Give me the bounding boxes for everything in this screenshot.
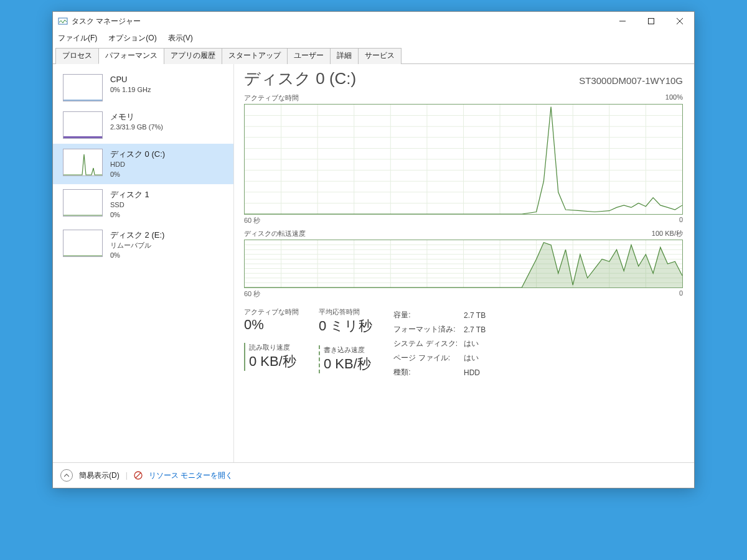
sidebar-item-sub: SSD 0%	[110, 200, 149, 220]
tab-performance[interactable]: パフォーマンス	[98, 48, 164, 64]
transfer-rate-chart: ディスクの転送速度 100 KB/秒 60 秒 0	[244, 229, 683, 299]
titlebar[interactable]: タスク マネージャー	[53, 12, 694, 30]
window-title: タスク マネージャー	[72, 16, 608, 27]
chart2-label: ディスクの転送速度	[244, 229, 306, 238]
sidebar-item-disk0[interactable]: ディスク 0 (C:)HDD 0%	[53, 144, 233, 184]
open-resource-monitor-link[interactable]: リソース モニターを開く	[149, 470, 233, 481]
disk-stats: アクティブな時間0% 読み取り速度0 KB/秒 平均応答時間0 ミリ秒 書き込み…	[244, 307, 683, 380]
tab-details[interactable]: 詳細	[330, 48, 359, 64]
info-pagefile-v: はい	[464, 352, 491, 365]
read-speed-label: 読み取り速度	[249, 343, 299, 352]
sidebar-item-label: ディスク 0 (C:)	[110, 149, 165, 160]
tab-startup[interactable]: スタートアップ	[222, 48, 288, 64]
chart1-box[interactable]	[244, 104, 683, 215]
tab-services[interactable]: サービス	[358, 48, 402, 64]
chart2-xright: 0	[679, 289, 683, 299]
chart1-xright: 0	[679, 216, 683, 225]
menubar: ファイル(F) オプション(O) 表示(V)	[53, 30, 694, 47]
info-type-v: HDD	[464, 366, 491, 379]
sidebar-item-sub: 2.3/31.9 GB (7%)	[110, 123, 163, 132]
chart1-ymax: 100%	[665, 93, 683, 103]
close-button[interactable]	[665, 12, 694, 30]
active-time-label: アクティブな時間	[244, 307, 299, 317]
disk2-thumb-icon	[63, 230, 103, 257]
chart2-box[interactable]	[244, 240, 683, 288]
chart2-xleft: 60 秒	[244, 289, 260, 299]
sidebar-item-sub: 0% 1.19 GHz	[110, 85, 151, 95]
info-formatted-l: フォーマット済み:	[393, 323, 463, 336]
info-capacity-v: 2.7 TB	[464, 309, 491, 322]
tab-processes[interactable]: プロセス	[55, 48, 99, 64]
app-icon	[58, 16, 68, 26]
chevron-up-icon[interactable]	[60, 469, 73, 482]
chart2-ymax: 100 KB/秒	[652, 229, 683, 238]
memory-thumb-icon	[63, 111, 103, 139]
read-speed-value: 0 KB/秒	[249, 352, 299, 371]
info-capacity-l: 容量:	[393, 309, 463, 322]
active-time-chart: アクティブな時間 100% 60 秒 0	[244, 93, 683, 225]
write-speed-label: 書き込み速度	[324, 345, 372, 355]
disk-model: ST3000DM007-1WY10G	[579, 75, 683, 86]
menu-view[interactable]: 表示(V)	[167, 32, 194, 45]
sidebar-item-sub: HDD 0%	[110, 160, 165, 179]
disk0-thumb-icon	[63, 149, 103, 176]
svg-rect-2	[649, 19, 654, 24]
sidebar-item-disk2[interactable]: ディスク 2 (E:)リムーバブル 0%	[53, 225, 233, 265]
cpu-thumb-icon	[63, 74, 103, 101]
sidebar-item-cpu[interactable]: CPU0% 1.19 GHz	[53, 69, 233, 106]
sidebar-item-label: ディスク 1	[110, 189, 149, 200]
task-manager-window: タスク マネージャー ファイル(F) オプション(O) 表示(V) プロセス パ…	[52, 11, 695, 488]
minimize-button[interactable]	[608, 12, 637, 30]
sidebar-item-label: ディスク 2 (E:)	[110, 230, 164, 241]
sidebar-item-memory[interactable]: メモリ2.3/31.9 GB (7%)	[53, 106, 233, 144]
detail-title: ディスク 0 (C:)	[244, 68, 356, 90]
info-sysdisk-v: はい	[464, 337, 491, 350]
svg-line-48	[136, 473, 141, 478]
performance-sidebar: CPU0% 1.19 GHz メモリ2.3/31.9 GB (7%) ディスク …	[53, 64, 233, 462]
info-formatted-v: 2.7 TB	[464, 323, 491, 336]
fewer-details-link[interactable]: 簡易表示(D)	[79, 470, 120, 481]
sidebar-item-label: CPU	[110, 74, 151, 85]
write-speed-value: 0 KB/秒	[324, 355, 372, 373]
tab-strip: プロセス パフォーマンス アプリの履歴 スタートアップ ユーザー 詳細 サービス	[53, 47, 694, 64]
sidebar-item-label: メモリ	[110, 111, 163, 123]
svg-rect-5	[63, 136, 102, 138]
info-pagefile-l: ページ ファイル:	[393, 352, 463, 365]
resource-monitor-icon	[134, 471, 143, 480]
chart1-xleft: 60 秒	[244, 216, 260, 225]
sidebar-item-disk1[interactable]: ディスク 1SSD 0%	[53, 184, 233, 225]
active-time-value: 0%	[244, 317, 299, 333]
performance-detail: ディスク 0 (C:) ST3000DM007-1WY10G アクティブな時間 …	[233, 64, 694, 462]
maximize-button[interactable]	[637, 12, 665, 30]
disk1-thumb-icon	[63, 189, 103, 217]
sidebar-item-sub: リムーバブル 0%	[110, 241, 164, 260]
info-type-l: 種類:	[393, 366, 463, 379]
tab-users[interactable]: ユーザー	[287, 48, 331, 64]
info-sysdisk-l: システム ディスク:	[393, 337, 463, 350]
menu-file[interactable]: ファイル(F)	[57, 32, 98, 45]
avg-response-label: 平均応答時間	[319, 307, 372, 317]
avg-response-value: 0 ミリ秒	[319, 317, 372, 335]
tab-app-history[interactable]: アプリの履歴	[164, 48, 222, 64]
disk-info-table: 容量:2.7 TB フォーマット済み:2.7 TB システム ディスク:はい ペ…	[392, 307, 492, 380]
menu-options[interactable]: オプション(O)	[107, 32, 157, 45]
chart1-label: アクティブな時間	[244, 93, 299, 103]
footer: 簡易表示(D) | リソース モニターを開く	[53, 462, 694, 488]
